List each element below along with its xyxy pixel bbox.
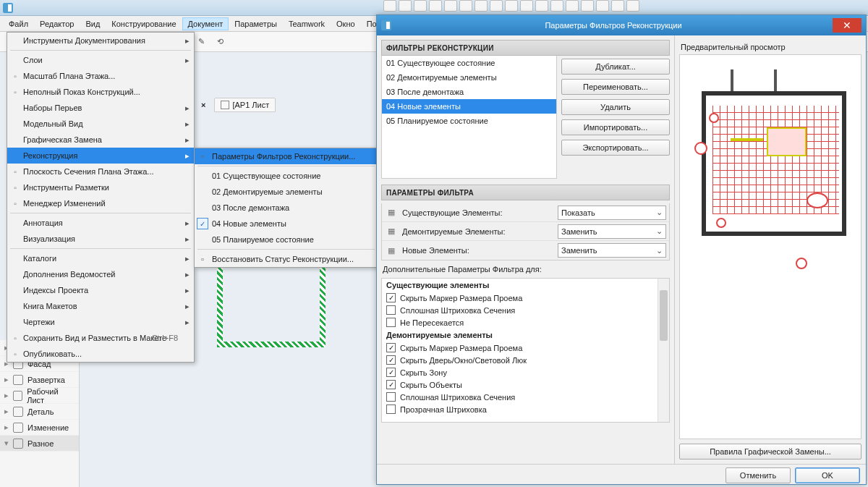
filter-list[interactable]: 01 Существующее состояние02 Демонтируемы… [381, 56, 557, 179]
menu-редактор[interactable]: Редактор [34, 17, 80, 30]
menu-item[interactable]: Чертежи▸ [7, 314, 194, 330]
graphic-override-rules-button[interactable]: Правила Графической Замены... [679, 444, 861, 460]
drawing-rectangle [217, 261, 326, 347]
menu-документ[interactable]: Документ [182, 17, 229, 30]
document-menu-dropdown[interactable]: Инструменты Документирования▸Слои▸▫Масшт… [7, 32, 195, 363]
menu-item[interactable]: ▫Опубликовать... [7, 346, 194, 362]
menu-teamwork[interactable]: Teamwork [283, 17, 331, 30]
menu-item[interactable]: ▫Неполный Показ Конструкций... [7, 84, 194, 100]
action-button[interactable]: Переименовать... [561, 79, 670, 95]
ok-button[interactable]: OK [795, 467, 860, 483]
menu-item[interactable]: ▫Менеджер Изменений [7, 195, 194, 211]
menu-окно[interactable]: Окно [331, 17, 361, 30]
checkbox-row[interactable]: Скрыть Маркер Размера Проема [382, 342, 669, 354]
renovation-submenu[interactable]: ▫Параметры Фильтров Реконструкции...01 С… [194, 148, 378, 268]
submenu-item[interactable]: 01 Существующее состояние [195, 168, 378, 184]
checkbox-row[interactable]: Сплошная Штриховка Сечения [382, 304, 669, 316]
menu-параметры[interactable]: Параметры [229, 17, 283, 30]
view-tab[interactable]: [AP1 Лист [214, 98, 276, 112]
menu-item[interactable]: Индексы Проекта▸ [7, 282, 194, 298]
menu-item[interactable]: Визуализация▸ [7, 231, 194, 247]
submenu-item[interactable]: 02 Демонтируемые элементы [195, 184, 378, 200]
submenu-item[interactable]: 05 Планируемое состояние [195, 232, 378, 247]
param-select[interactable]: Заменить⌄ [558, 224, 666, 239]
menu-файл[interactable]: Файл [3, 17, 34, 30]
checkbox-row[interactable]: Скрыть Маркер Размера Проема [382, 292, 669, 304]
sidebar-item[interactable]: ▸Рабочий Лист [0, 388, 79, 404]
menu-item[interactable]: Реконструкция▸ [7, 148, 194, 164]
submenu-item[interactable]: ▫Параметры Фильтров Реконструкции... [195, 148, 378, 164]
checkbox-row[interactable]: Не Пересекается [382, 316, 669, 329]
filter-item[interactable]: 03 После демонтажа [382, 85, 556, 99]
menu-item[interactable]: ▫Сохранить Вид и Разместить в МакетеCtrl… [7, 330, 194, 346]
action-button[interactable]: Удалить [561, 99, 670, 115]
close-button[interactable]: ✕ [833, 18, 861, 33]
dialog-app-icon [381, 20, 391, 30]
menu-item[interactable]: ▫Масштаб Плана Этажа... [7, 68, 194, 84]
background-toolbar [383, 0, 639, 14]
dialog-title: Параметры Фильтров Реконструкции [394, 21, 833, 30]
renovation-filter-dialog: Параметры Фильтров Реконструкции ✕ ФИЛЬТ… [376, 14, 867, 485]
action-button[interactable]: Дубликат... [561, 59, 670, 75]
filters-section-header: ФИЛЬТРЫ РЕКОНСТРУКЦИИ [381, 40, 670, 56]
filter-item[interactable]: 04 Новые элементы [382, 99, 556, 114]
view-tabs: × [AP1 Лист [195, 97, 276, 113]
menu-item[interactable]: Инструменты Документирования▸ [7, 33, 194, 48]
cancel-button[interactable]: Отменить [726, 467, 791, 483]
checkbox-row[interactable]: Скрыть Объекты [382, 378, 669, 391]
filter-item[interactable]: 05 Планируемое состояние [382, 114, 556, 128]
checkbox-row[interactable]: Сплошная Штриховка Сечения [382, 391, 669, 403]
menu-item[interactable]: Каталоги▸ [7, 250, 194, 266]
dialog-titlebar[interactable]: Параметры Фильтров Реконструкции ✕ [377, 15, 866, 35]
sidebar-item[interactable]: ▸Развертка [0, 372, 79, 388]
filter-item[interactable]: 01 Существующее состояние [382, 56, 556, 70]
submenu-item[interactable]: ✓04 Новые элементы [195, 216, 378, 232]
sidebar-item[interactable]: ▾Разное [0, 436, 79, 452]
action-button[interactable]: Импортировать... [561, 119, 670, 135]
submenu-item[interactable]: ▫Восстановить Статус Реконструкции... [195, 251, 378, 267]
param-select[interactable]: Заменить⌄ [558, 243, 666, 258]
menu-item[interactable]: Слои▸ [7, 52, 194, 68]
param-select[interactable]: Показать⌄ [558, 206, 666, 220]
additional-params-label: Дополнительные Параметры Фильтра для: [381, 261, 670, 278]
tool-11[interactable]: ⟲ [212, 34, 228, 50]
menu-item[interactable]: Дополнения Ведомостей▸ [7, 266, 194, 282]
sheet-icon [221, 101, 229, 109]
menu-item[interactable]: ▫Плоскость Сечения Плана Этажа... [7, 164, 194, 179]
app-icon [3, 3, 13, 13]
menu-item[interactable]: Графическая Замена▸ [7, 132, 194, 148]
menu-item[interactable]: Модельный Вид▸ [7, 116, 194, 132]
dialog-footer: Отменить OK [377, 464, 866, 486]
scrollbar[interactable] [658, 279, 669, 422]
preview-panel [679, 54, 861, 439]
params-section-header: ПАРАМЕТРЫ ФИЛЬТРА [381, 185, 670, 200]
checkbox-list[interactable]: Существующие элементыСкрыть Маркер Разме… [381, 278, 670, 423]
menu-item[interactable]: ▫Инструменты Разметки [7, 179, 194, 195]
scrollbar-thumb[interactable] [660, 290, 668, 341]
tab-close[interactable]: × [195, 98, 211, 111]
preview-label: Предварительный просмотр [679, 40, 861, 54]
checkbox-row[interactable]: Скрыть Зону [382, 366, 669, 378]
checkbox-row[interactable]: Скрыть Дверь/Окно/Световой Люк [382, 354, 669, 366]
menu-конструирование[interactable]: Конструирование [106, 17, 182, 30]
menu-вид[interactable]: Вид [80, 17, 106, 30]
menu-item[interactable]: Книга Макетов▸ [7, 298, 194, 314]
tool-10[interactable]: ✎ [193, 34, 209, 50]
checkbox-row[interactable]: Прозрачная Штриховка [382, 403, 669, 415]
menu-item[interactable]: Наборы Перьев▸ [7, 100, 194, 116]
action-button[interactable]: Экспортировать... [561, 140, 670, 156]
sidebar-item[interactable]: ▸Деталь [0, 404, 79, 420]
sidebar-item[interactable]: ▸Изменение [0, 420, 79, 436]
submenu-item[interactable]: 03 После демонтажа [195, 200, 378, 216]
menu-item[interactable]: Аннотация▸ [7, 215, 194, 231]
tab-label: [AP1 Лист [232, 101, 269, 109]
filter-item[interactable]: 02 Демонтируемые элементы [382, 70, 556, 85]
